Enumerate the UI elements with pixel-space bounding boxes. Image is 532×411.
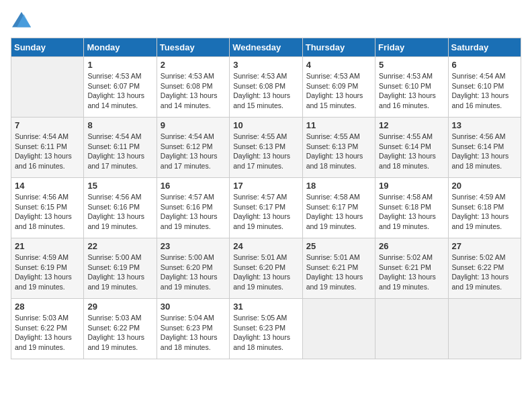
day-info: Sunrise: 4:56 AMSunset: 6:16 PMDaylight:…: [87, 193, 144, 230]
day-info: Sunrise: 5:02 AMSunset: 6:21 PMDaylight:…: [379, 253, 436, 291]
calendar-day-cell: 18Sunrise: 4:58 AMSunset: 6:17 PMDayligh…: [302, 178, 375, 238]
calendar-day-cell: 13Sunrise: 4:56 AMSunset: 6:14 PMDayligh…: [448, 118, 521, 178]
day-number: 23: [161, 241, 226, 251]
calendar-week-row: 7Sunrise: 4:54 AMSunset: 6:11 PMDaylight…: [11, 118, 521, 178]
day-info: Sunrise: 4:53 AMSunset: 6:10 PMDaylight:…: [379, 72, 436, 109]
day-number: 27: [452, 241, 517, 251]
calendar-week-row: 21Sunrise: 4:59 AMSunset: 6:19 PMDayligh…: [11, 238, 521, 299]
day-number: 6: [452, 60, 517, 70]
day-number: 13: [452, 120, 517, 130]
calendar-day-cell: 6Sunrise: 4:54 AMSunset: 6:10 PMDaylight…: [448, 57, 521, 118]
calendar-day-cell: 3Sunrise: 4:53 AMSunset: 6:08 PMDaylight…: [230, 57, 302, 118]
weekday-header-cell: Monday: [84, 38, 157, 57]
day-number: 29: [87, 302, 152, 312]
day-info: Sunrise: 4:56 AMSunset: 6:15 PMDaylight:…: [15, 193, 72, 230]
calendar-day-cell: 15Sunrise: 4:56 AMSunset: 6:16 PMDayligh…: [84, 178, 157, 238]
weekday-header-cell: Wednesday: [230, 38, 302, 57]
day-number: 7: [15, 120, 80, 130]
day-info: Sunrise: 5:01 AMSunset: 6:21 PMDaylight:…: [306, 253, 363, 291]
day-number: 14: [15, 181, 80, 191]
day-info: Sunrise: 5:02 AMSunset: 6:22 PMDaylight:…: [452, 253, 509, 291]
day-info: Sunrise: 4:59 AMSunset: 6:19 PMDaylight:…: [15, 253, 72, 291]
calendar-day-cell: 9Sunrise: 4:54 AMSunset: 6:12 PMDaylight…: [157, 118, 229, 178]
calendar-day-cell: 25Sunrise: 5:01 AMSunset: 6:21 PMDayligh…: [302, 238, 375, 299]
day-number: 5: [379, 60, 444, 70]
day-info: Sunrise: 4:53 AMSunset: 6:08 PMDaylight:…: [161, 72, 218, 109]
day-number: 9: [161, 120, 226, 130]
day-info: Sunrise: 4:55 AMSunset: 6:13 PMDaylight:…: [233, 132, 290, 170]
weekday-header-cell: Tuesday: [157, 38, 229, 57]
calendar-day-cell: 23Sunrise: 5:00 AMSunset: 6:20 PMDayligh…: [157, 238, 229, 299]
day-info: Sunrise: 4:57 AMSunset: 6:16 PMDaylight:…: [161, 193, 218, 230]
calendar-table: SundayMondayTuesdayWednesdayThursdayFrid…: [11, 38, 521, 359]
weekday-header-cell: Friday: [375, 38, 448, 57]
day-info: Sunrise: 4:58 AMSunset: 6:17 PMDaylight:…: [306, 193, 363, 230]
day-info: Sunrise: 4:57 AMSunset: 6:17 PMDaylight:…: [233, 193, 290, 230]
calendar-day-cell: 7Sunrise: 4:54 AMSunset: 6:11 PMDaylight…: [11, 118, 84, 178]
calendar-week-row: 28Sunrise: 5:03 AMSunset: 6:22 PMDayligh…: [11, 299, 521, 359]
day-number: 3: [233, 60, 298, 70]
day-number: 8: [87, 120, 152, 130]
day-info: Sunrise: 4:54 AMSunset: 6:12 PMDaylight:…: [161, 132, 218, 170]
calendar-week-row: 1Sunrise: 4:53 AMSunset: 6:07 PMDaylight…: [11, 57, 521, 118]
calendar-day-cell: 1Sunrise: 4:53 AMSunset: 6:07 PMDaylight…: [84, 57, 157, 118]
weekday-header-cell: Saturday: [448, 38, 521, 57]
day-number: 4: [306, 60, 371, 70]
day-info: Sunrise: 5:03 AMSunset: 6:22 PMDaylight:…: [87, 314, 144, 351]
calendar-day-cell: 11Sunrise: 4:55 AMSunset: 6:13 PMDayligh…: [302, 118, 375, 178]
day-number: 12: [379, 120, 444, 130]
day-info: Sunrise: 4:54 AMSunset: 6:11 PMDaylight:…: [87, 132, 144, 170]
calendar-day-cell: 26Sunrise: 5:02 AMSunset: 6:21 PMDayligh…: [375, 238, 448, 299]
calendar-day-cell: 29Sunrise: 5:03 AMSunset: 6:22 PMDayligh…: [84, 299, 157, 359]
logo: [11, 11, 35, 30]
day-number: 18: [306, 181, 371, 191]
calendar-day-cell: [448, 299, 521, 359]
logo-icon: [11, 11, 32, 30]
day-info: Sunrise: 5:00 AMSunset: 6:20 PMDaylight:…: [161, 253, 218, 291]
calendar-day-cell: 2Sunrise: 4:53 AMSunset: 6:08 PMDaylight…: [157, 57, 229, 118]
calendar-day-cell: 4Sunrise: 4:53 AMSunset: 6:09 PMDaylight…: [302, 57, 375, 118]
day-number: 22: [87, 241, 152, 251]
calendar-day-cell: 17Sunrise: 4:57 AMSunset: 6:17 PMDayligh…: [230, 178, 302, 238]
calendar-day-cell: [375, 299, 448, 359]
day-number: 24: [233, 241, 298, 251]
calendar-day-cell: 12Sunrise: 4:55 AMSunset: 6:14 PMDayligh…: [375, 118, 448, 178]
calendar-day-cell: [302, 299, 375, 359]
day-number: 16: [161, 181, 226, 191]
calendar-day-cell: 24Sunrise: 5:01 AMSunset: 6:20 PMDayligh…: [230, 238, 302, 299]
calendar-day-cell: 14Sunrise: 4:56 AMSunset: 6:15 PMDayligh…: [11, 178, 84, 238]
calendar-day-cell: 31Sunrise: 5:05 AMSunset: 6:23 PMDayligh…: [230, 299, 302, 359]
calendar-day-cell: 22Sunrise: 5:00 AMSunset: 6:19 PMDayligh…: [84, 238, 157, 299]
calendar-day-cell: 19Sunrise: 4:58 AMSunset: 6:18 PMDayligh…: [375, 178, 448, 238]
day-info: Sunrise: 5:05 AMSunset: 6:23 PMDaylight:…: [233, 314, 290, 351]
day-info: Sunrise: 4:54 AMSunset: 6:11 PMDaylight:…: [15, 132, 72, 170]
day-number: 26: [379, 241, 444, 251]
page-header: [11, 11, 521, 30]
day-info: Sunrise: 4:54 AMSunset: 6:10 PMDaylight:…: [452, 72, 509, 109]
day-number: 30: [161, 302, 226, 312]
day-info: Sunrise: 4:58 AMSunset: 6:18 PMDaylight:…: [379, 193, 436, 230]
calendar-day-cell: 20Sunrise: 4:59 AMSunset: 6:18 PMDayligh…: [448, 178, 521, 238]
day-number: 10: [233, 120, 298, 130]
day-info: Sunrise: 4:56 AMSunset: 6:14 PMDaylight:…: [452, 132, 509, 170]
day-info: Sunrise: 4:53 AMSunset: 6:08 PMDaylight:…: [233, 72, 290, 109]
calendar-day-cell: 30Sunrise: 5:04 AMSunset: 6:23 PMDayligh…: [157, 299, 229, 359]
calendar-day-cell: 16Sunrise: 4:57 AMSunset: 6:16 PMDayligh…: [157, 178, 229, 238]
day-info: Sunrise: 4:53 AMSunset: 6:07 PMDaylight:…: [87, 72, 144, 109]
day-number: 1: [87, 60, 152, 70]
calendar-day-cell: 8Sunrise: 4:54 AMSunset: 6:11 PMDaylight…: [84, 118, 157, 178]
day-number: 17: [233, 181, 298, 191]
day-info: Sunrise: 5:04 AMSunset: 6:23 PMDaylight:…: [161, 314, 218, 351]
day-info: Sunrise: 5:00 AMSunset: 6:19 PMDaylight:…: [87, 253, 144, 291]
calendar-day-cell: 5Sunrise: 4:53 AMSunset: 6:10 PMDaylight…: [375, 57, 448, 118]
day-number: 21: [15, 241, 80, 251]
calendar-day-cell: 10Sunrise: 4:55 AMSunset: 6:13 PMDayligh…: [230, 118, 302, 178]
day-number: 31: [233, 302, 298, 312]
calendar-day-cell: 28Sunrise: 5:03 AMSunset: 6:22 PMDayligh…: [11, 299, 84, 359]
day-info: Sunrise: 4:55 AMSunset: 6:14 PMDaylight:…: [379, 132, 436, 170]
day-number: 11: [306, 120, 371, 130]
day-number: 28: [15, 302, 80, 312]
day-number: 2: [161, 60, 226, 70]
day-number: 15: [87, 181, 152, 191]
weekday-header-cell: Sunday: [11, 38, 84, 57]
